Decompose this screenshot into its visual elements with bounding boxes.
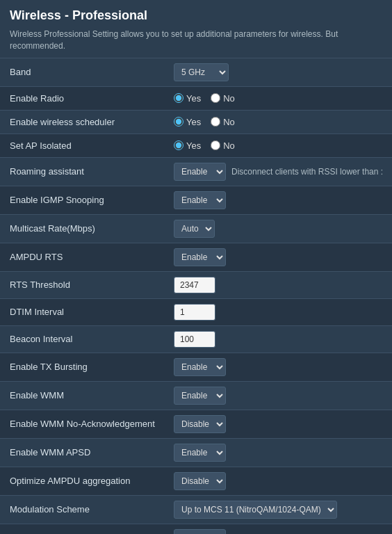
control-optimize-ampdu[interactable]: EnableDisable (167, 467, 392, 495)
control-beacon-interval[interactable] (167, 325, 392, 353)
table-row: Multicast Rate(Mbps)Auto125.511691218243… (0, 214, 392, 243)
control-enable-wmm[interactable]: EnableDisable (167, 381, 392, 410)
label-multicast-rate: Multicast Rate(Mbps) (0, 214, 167, 243)
label-ampdu-rts: AMPDU RTS (0, 243, 167, 271)
table-row: Enable WMMEnableDisable (0, 381, 392, 410)
control-rts-threshold[interactable] (167, 271, 392, 298)
control-airtime-fairness[interactable]: EnableDisable (167, 524, 392, 534)
label-enable-wmm: Enable WMM (0, 381, 167, 410)
label-enable-radio: Enable Radio (0, 86, 167, 110)
input-rts-threshold[interactable] (174, 277, 215, 293)
radio-option-enable-wireless-scheduler-no[interactable]: No (211, 117, 235, 127)
radio-option-set-ap-isolated-yes[interactable]: Yes (174, 140, 201, 151)
page-container: Wireless - Professional Wireless Profess… (0, 0, 392, 534)
table-row: Enable RadioYesNo (0, 86, 392, 110)
radio-input-enable-wireless-scheduler-no[interactable] (211, 117, 220, 127)
label-set-ap-isolated: Set AP Isolated (0, 134, 167, 157)
table-row: Band2.4 GHz5 GHz (0, 58, 392, 87)
control-multicast-rate[interactable]: Auto125.51169121824364854 (167, 214, 392, 243)
radio-input-enable-wireless-scheduler-yes[interactable] (174, 117, 183, 127)
select-optimize-ampdu[interactable]: EnableDisable (174, 472, 226, 490)
radio-input-enable-radio-no[interactable] (211, 93, 220, 103)
select-multicast-rate[interactable]: Auto125.51169121824364854 (174, 220, 215, 238)
control-dtim-interval[interactable] (167, 298, 392, 325)
page-description: Wireless Professional Setting allows you… (10, 29, 382, 52)
control-roaming-assistant[interactable]: EnableDisableDisconnect clients with RSS… (167, 157, 392, 186)
control-enable-igmp-snooping[interactable]: EnableDisable (167, 186, 392, 214)
label-beacon-interval: Beacon Interval (0, 325, 167, 353)
select-ampdu-rts[interactable]: EnableDisable (174, 248, 226, 266)
input-dtim-interval[interactable] (174, 304, 215, 321)
label-optimize-ampdu: Optimize AMPDU aggregation (0, 467, 167, 495)
control-enable-wireless-scheduler[interactable]: YesNo (167, 110, 392, 134)
table-row: Roaming assistantEnableDisableDisconnect… (0, 157, 392, 186)
radio-option-enable-radio-yes[interactable]: Yes (174, 93, 201, 104)
table-row: Modulation SchemeUp to MCS 11 (NitroQAM/… (0, 495, 392, 524)
radio-option-enable-wireless-scheduler-yes[interactable]: Yes (174, 117, 201, 127)
roaming-cell: EnableDisableDisconnect clients with RSS… (174, 163, 385, 181)
radio-input-set-ap-isolated-yes[interactable] (174, 140, 183, 150)
roaming-hint: Disconnect clients with RSSI lower than … (231, 167, 383, 177)
label-airtime-fairness: Airtime Fairness (0, 524, 167, 534)
radio-input-enable-radio-yes[interactable] (174, 93, 183, 103)
control-set-ap-isolated[interactable]: YesNo (167, 134, 392, 157)
table-row: AMPDU RTSEnableDisable (0, 243, 392, 271)
page-header: Wireless - Professional Wireless Profess… (0, 0, 392, 58)
select-airtime-fairness[interactable]: EnableDisable (174, 529, 226, 534)
select-band[interactable]: 2.4 GHz5 GHz (174, 63, 229, 81)
control-enable-radio[interactable]: YesNo (167, 86, 392, 110)
input-beacon-interval[interactable] (174, 331, 215, 348)
page-title: Wireless - Professional (10, 8, 382, 23)
radio-option-set-ap-isolated-no[interactable]: No (211, 140, 235, 151)
label-band: Band (0, 58, 167, 87)
table-row: DTIM Interval (0, 298, 392, 325)
radio-label-enable-wireless-scheduler-no: No (223, 117, 235, 127)
label-modulation-scheme: Modulation Scheme (0, 495, 167, 524)
select-enable-igmp-snooping[interactable]: EnableDisable (174, 191, 226, 209)
table-row: Enable wireless schedulerYesNo (0, 110, 392, 134)
control-enable-wmm-apsd[interactable]: EnableDisable (167, 438, 392, 467)
table-row: RTS Threshold (0, 271, 392, 298)
label-enable-igmp-snooping: Enable IGMP Snooping (0, 186, 167, 214)
label-roaming-assistant: Roaming assistant (0, 157, 167, 186)
table-row: Enable TX BurstingEnableDisable (0, 353, 392, 381)
table-row: Airtime FairnessEnableDisable (0, 524, 392, 534)
radio-input-set-ap-isolated-no[interactable] (211, 140, 220, 150)
radio-label-set-ap-isolated-no: No (223, 140, 235, 151)
select-enable-tx-bursting[interactable]: EnableDisable (174, 358, 226, 376)
control-enable-wmm-no-ack[interactable]: EnableDisable (167, 410, 392, 438)
radio-group-set-ap-isolated: YesNo (174, 140, 385, 151)
table-row: Enable IGMP SnoopingEnableDisable (0, 186, 392, 214)
label-enable-wmm-no-ack: Enable WMM No-Acknowledgement (0, 410, 167, 438)
table-row: Enable WMM APSDEnableDisable (0, 438, 392, 467)
select-enable-wmm[interactable]: EnableDisable (174, 387, 226, 405)
label-enable-wmm-apsd: Enable WMM APSD (0, 438, 167, 467)
settings-table: Band2.4 GHz5 GHzEnable RadioYesNoEnable … (0, 58, 392, 534)
select-modulation-scheme[interactable]: Up to MCS 11 (NitroQAM/1024-QAM)Up to MC… (174, 501, 337, 519)
table-row: Enable WMM No-AcknowledgementEnableDisab… (0, 410, 392, 438)
table-row: Set AP IsolatedYesNo (0, 134, 392, 157)
select-enable-wmm-no-ack[interactable]: EnableDisable (174, 415, 226, 433)
table-row: Beacon Interval (0, 325, 392, 353)
label-enable-wireless-scheduler: Enable wireless scheduler (0, 110, 167, 134)
radio-group-enable-radio: YesNo (174, 93, 385, 104)
table-row: Optimize AMPDU aggregationEnableDisable (0, 467, 392, 495)
radio-group-enable-wireless-scheduler: YesNo (174, 117, 385, 127)
select-roaming-assistant[interactable]: EnableDisable (174, 163, 226, 181)
radio-label-set-ap-isolated-yes: Yes (186, 140, 201, 151)
control-modulation-scheme[interactable]: Up to MCS 11 (NitroQAM/1024-QAM)Up to MC… (167, 495, 392, 524)
radio-label-enable-radio-no: No (223, 93, 235, 104)
radio-option-enable-radio-no[interactable]: No (211, 93, 235, 104)
radio-label-enable-radio-yes: Yes (186, 93, 201, 104)
label-dtim-interval: DTIM Interval (0, 298, 167, 325)
control-band[interactable]: 2.4 GHz5 GHz (167, 58, 392, 87)
label-rts-threshold: RTS Threshold (0, 271, 167, 298)
radio-label-enable-wireless-scheduler-yes: Yes (186, 117, 201, 127)
control-ampdu-rts[interactable]: EnableDisable (167, 243, 392, 271)
control-enable-tx-bursting[interactable]: EnableDisable (167, 353, 392, 381)
label-enable-tx-bursting: Enable TX Bursting (0, 353, 167, 381)
select-enable-wmm-apsd[interactable]: EnableDisable (174, 444, 226, 462)
